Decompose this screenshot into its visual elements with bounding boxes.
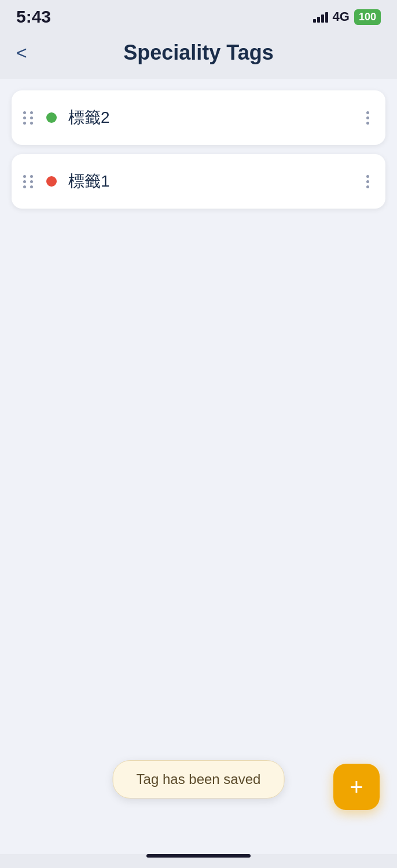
drag-dot	[23, 185, 26, 188]
tag-color-dot-1	[46, 112, 57, 123]
drag-dot	[30, 185, 33, 188]
page-title: Speciality Tags	[123, 41, 273, 65]
tag-left-2: 標籤1	[23, 170, 110, 192]
main-content: 標籤2 標籤1	[0, 79, 397, 854]
tag-card-1: 標籤2	[12, 90, 385, 145]
more-menu-button-2[interactable]	[362, 173, 374, 191]
more-menu-button-1[interactable]	[362, 109, 374, 127]
more-dot	[366, 116, 369, 119]
toast-notification: Tag has been saved	[113, 760, 285, 798]
tag-card-2: 標籤1	[12, 154, 385, 209]
drag-dot	[23, 111, 26, 114]
drag-dot	[30, 116, 33, 119]
toast-message: Tag has been saved	[137, 771, 261, 787]
drag-handle-2[interactable]	[23, 175, 35, 188]
battery-badge: 100	[354, 9, 381, 25]
home-indicator	[146, 854, 251, 858]
signal-icon	[313, 11, 328, 23]
more-dot	[366, 122, 369, 125]
more-dot	[366, 180, 369, 183]
status-bar: 5:43 4G 100	[0, 0, 397, 31]
drag-dot	[23, 175, 26, 178]
drag-handle-1[interactable]	[23, 111, 35, 125]
drag-dot	[23, 116, 26, 119]
tag-color-dot-2	[46, 176, 57, 187]
more-dot	[366, 175, 369, 178]
tag-row-2: 標籤1	[23, 154, 374, 209]
drag-dot	[23, 122, 26, 125]
tag-name-2: 標籤1	[68, 170, 110, 192]
signal-bar-1	[313, 19, 316, 23]
signal-bar-2	[317, 17, 320, 23]
drag-dot	[30, 175, 33, 178]
tag-name-1: 標籤2	[68, 107, 110, 129]
network-label: 4G	[333, 9, 350, 24]
more-dot	[366, 185, 369, 188]
signal-bar-3	[321, 14, 324, 23]
more-dot	[366, 111, 369, 114]
status-right: 4G 100	[313, 9, 381, 25]
tag-row-1: 標籤2	[23, 90, 374, 145]
drag-dot	[30, 111, 33, 114]
drag-dot	[30, 122, 33, 125]
back-button[interactable]: <	[16, 43, 27, 62]
plus-icon: +	[350, 775, 363, 798]
signal-bar-4	[325, 12, 328, 23]
drag-dot	[30, 180, 33, 183]
header: < Speciality Tags	[0, 31, 397, 79]
add-tag-button[interactable]: +	[333, 764, 380, 810]
tag-left-1: 標籤2	[23, 107, 110, 129]
status-time: 5:43	[16, 7, 51, 27]
drag-dot	[23, 180, 26, 183]
